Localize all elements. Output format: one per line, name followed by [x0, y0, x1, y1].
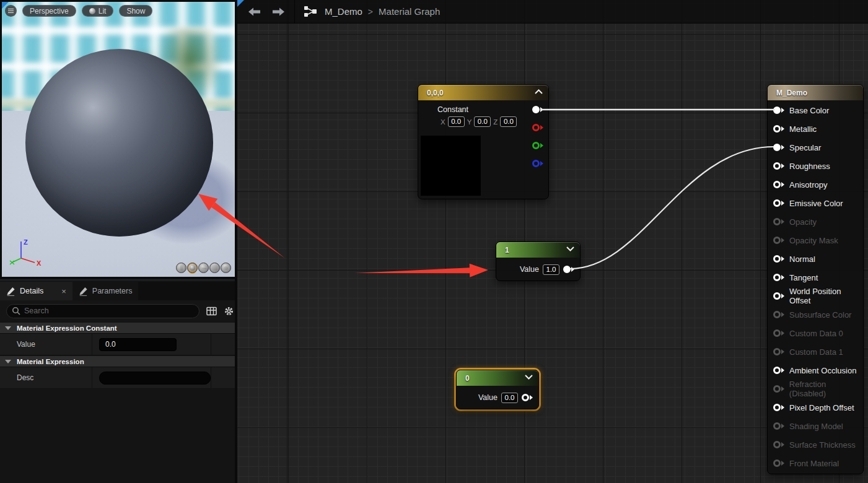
pin-shading-model[interactable]: Shading Model	[768, 417, 863, 435]
search-box[interactable]	[6, 304, 199, 318]
section-title: Material Expression	[17, 358, 84, 365]
shape-teapot-button[interactable]	[221, 263, 231, 273]
shape-plane-button[interactable]	[198, 263, 209, 273]
pin-surface-thickness[interactable]: Surface Thickness	[768, 435, 863, 454]
desc-input[interactable]	[99, 372, 211, 385]
pin-pixel-depth-offset[interactable]: Pixel Depth Offset	[768, 398, 863, 417]
shape-cube-button[interactable]	[209, 263, 220, 273]
wire-specular	[570, 147, 774, 269]
details-tabbar: Details × Parameters	[0, 282, 235, 300]
search-input[interactable]	[24, 307, 194, 315]
shape-cylinder-button[interactable]	[176, 263, 186, 273]
value-field[interactable]: 0.0	[501, 393, 518, 403]
collapse-triangle-icon	[5, 326, 11, 330]
pencil-icon	[79, 287, 88, 296]
section-header[interactable]: Material Expression	[0, 356, 235, 367]
output-pin[interactable]	[563, 266, 574, 273]
pin-specular[interactable]: Specular	[768, 138, 863, 157]
chevron-down-icon[interactable]	[566, 246, 574, 251]
output-pin-g[interactable]	[532, 142, 543, 149]
settings-gear-icon[interactable]	[224, 306, 234, 316]
section-title: Material Expression Constant	[17, 324, 117, 332]
back-arrow-button[interactable]	[248, 7, 261, 16]
output-pin-r[interactable]	[532, 124, 543, 131]
graph-focus-corner	[237, 0, 244, 7]
node-constant-1[interactable]: 1 Value 1.0	[496, 242, 581, 281]
x-label: X	[441, 118, 445, 126]
perspective-button[interactable]: Perspective	[22, 5, 76, 17]
axis-x-label: X	[37, 259, 42, 267]
pin-emissive-color[interactable]: Emissive Color	[768, 194, 863, 212]
show-label: Show	[126, 7, 145, 15]
pin-world-position-offset[interactable]: World Position Offset	[768, 287, 863, 305]
pencil-icon	[6, 287, 15, 296]
value-field[interactable]: 1.0	[543, 264, 559, 275]
node-caption: Constant	[418, 105, 488, 114]
node-title: M_Demo	[776, 89, 807, 97]
pin-tangent[interactable]: Tangent	[768, 268, 863, 287]
material-graph-canvas[interactable]: M_Demo > Material Graph 0,0,0 Constant X…	[237, 0, 868, 483]
pin-refraction[interactable]: Refraction (Disabled)	[768, 380, 863, 398]
node-header[interactable]: 1	[496, 242, 580, 258]
node-header[interactable]: 0,0,0	[418, 85, 548, 100]
pin-opacity-mask[interactable]: Opacity Mask	[768, 231, 863, 250]
node-constant-0[interactable]: 0 Value 0.0	[456, 370, 539, 409]
output-pin-b[interactable]	[532, 160, 543, 167]
viewport-scene: Z X	[2, 2, 235, 277]
topbar-separator	[294, 0, 295, 24]
axis-z-label: Z	[24, 238, 28, 246]
preview-material-sphere[interactable]	[25, 49, 213, 237]
shape-sphere-button[interactable]	[187, 263, 198, 273]
pin-front-material[interactable]: Front Material	[768, 454, 863, 472]
preview-viewport[interactable]: Z X Perspective Lit Show	[0, 0, 235, 279]
viewport-toolbar: Perspective Lit Show	[5, 5, 152, 17]
details-panel: Details × Parameters	[0, 279, 235, 483]
section-header[interactable]: Material Expression Constant	[0, 323, 235, 334]
y-value-field[interactable]: 0.0	[474, 116, 491, 127]
close-icon[interactable]: ×	[61, 287, 66, 296]
graph-icon	[304, 6, 318, 17]
pin-normal[interactable]: Normal	[768, 250, 863, 268]
value-row: Value 0.0	[457, 386, 538, 409]
property-label: Desc	[17, 373, 33, 382]
node-material-result[interactable]: M_Demo Base Color Metallic Specular Roug…	[767, 84, 864, 474]
pin-base-color[interactable]: Base Color	[768, 101, 863, 120]
property-row-value: Value	[0, 334, 235, 355]
breadcrumb-root[interactable]: M_Demo	[325, 6, 362, 17]
pin-subsurface-color[interactable]: Subsurface Color	[768, 305, 863, 324]
pin-opacity[interactable]: Opacity	[768, 212, 863, 231]
chevron-up-icon[interactable]	[535, 89, 543, 94]
value-label: Value	[520, 265, 539, 274]
lit-label: Lit	[99, 7, 107, 15]
breadcrumb-separator: >	[368, 7, 373, 17]
output-pin-rgb[interactable]	[532, 106, 543, 113]
pin-roughness[interactable]: Roughness	[768, 157, 863, 175]
node-constant3-vector[interactable]: 0,0,0 Constant X 0.0 Y 0.0 Z 0.0	[418, 84, 549, 199]
pin-metallic[interactable]: Metallic	[768, 120, 863, 138]
axis-gizmo: Z X	[9, 237, 42, 268]
pin-anisotropy[interactable]: Anisotropy	[768, 175, 863, 194]
material-editor-window: Z X Perspective Lit Show	[0, 0, 868, 483]
z-value-field[interactable]: 0.0	[500, 116, 517, 127]
tab-details[interactable]: Details ×	[0, 282, 72, 300]
x-value-field[interactable]: 0.0	[448, 116, 465, 127]
details-search-row	[0, 300, 235, 321]
lit-mode-button[interactable]: Lit	[82, 5, 114, 17]
forward-arrow-button[interactable]	[272, 7, 284, 16]
value-row: Value 1.0	[496, 258, 580, 281]
pin-custom-data-0[interactable]: Custom Data 0	[768, 324, 863, 342]
search-icon	[12, 307, 20, 315]
tab-parameters[interactable]: Parameters	[72, 282, 139, 300]
node-preview-thumbnail	[421, 136, 481, 196]
view-options-grid-icon[interactable]	[206, 307, 217, 316]
output-pin[interactable]	[522, 394, 533, 401]
node-header[interactable]: M_Demo	[768, 85, 863, 100]
value-input[interactable]	[99, 338, 177, 351]
section-material-expression-constant: Material Expression Constant Value	[0, 323, 235, 355]
show-button[interactable]: Show	[119, 5, 152, 17]
node-header[interactable]: 0	[457, 370, 538, 386]
pin-custom-data-1[interactable]: Custom Data 1	[768, 342, 863, 361]
chevron-down-icon[interactable]	[525, 375, 533, 380]
pin-ambient-occlusion[interactable]: Ambient Occlusion	[768, 361, 863, 380]
selection-outline: 0 Value 0.0	[454, 368, 541, 411]
